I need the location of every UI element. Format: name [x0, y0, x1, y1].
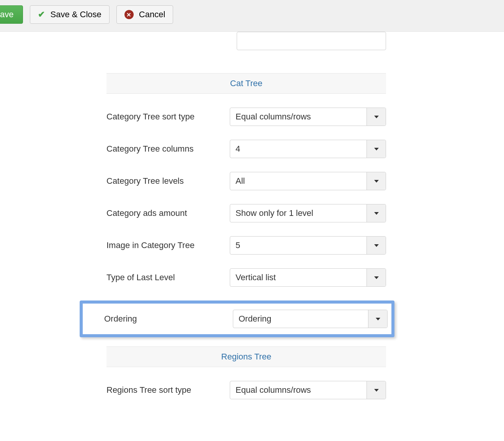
- save-button-label: ave: [0, 10, 15, 20]
- select-cat-columns[interactable]: 4: [230, 140, 386, 158]
- chevron-down-icon: [367, 237, 386, 254]
- chevron-down-icon: [367, 172, 386, 190]
- section-title: Cat Tree: [230, 78, 262, 88]
- select-value: Ordering: [233, 310, 368, 328]
- row-regions-sort-type: Regions Tree sort type Equal columns/row…: [106, 381, 386, 399]
- highlighted-ordering-row: Ordering Ordering: [80, 301, 394, 337]
- field-label: Category ads amount: [106, 208, 230, 218]
- chevron-down-icon: [368, 310, 387, 328]
- chevron-down-icon: [367, 381, 386, 399]
- save-button[interactable]: ave: [0, 5, 23, 24]
- row-cat-levels: Category Tree levels All: [106, 172, 386, 190]
- field-label: Category Tree sort type: [106, 112, 230, 122]
- select-value: Equal columns/rows: [230, 108, 367, 126]
- form-area: Cat Tree Category Tree sort type Equal c…: [0, 32, 504, 399]
- select-cat-sort-type[interactable]: Equal columns/rows: [230, 108, 386, 126]
- chevron-down-icon: [367, 269, 386, 286]
- select-value: 4: [230, 140, 367, 158]
- save-close-button[interactable]: ✔ Save & Close: [30, 5, 109, 24]
- section-title: Regions Tree: [221, 352, 272, 361]
- check-icon: ✔: [38, 10, 45, 20]
- toolbar: ave ✔ Save & Close ✕ Cancel: [0, 0, 504, 32]
- row-cat-ordering: Ordering Ordering: [104, 310, 388, 328]
- field-label: Type of Last Level: [106, 273, 230, 283]
- cancel-button[interactable]: ✕ Cancel: [116, 5, 173, 24]
- orphan-text-input[interactable]: [237, 32, 386, 50]
- select-cat-ads-amount[interactable]: Show only for 1 level: [230, 204, 386, 222]
- field-label: Regions Tree sort type: [106, 385, 230, 395]
- select-value: Vertical list: [230, 269, 367, 286]
- field-label: Image in Category Tree: [106, 240, 230, 250]
- section-header-cat-tree: Cat Tree: [106, 73, 386, 94]
- select-regions-sort-type[interactable]: Equal columns/rows: [230, 381, 386, 399]
- field-label: Category Tree columns: [106, 144, 230, 154]
- close-icon: ✕: [124, 10, 134, 19]
- select-cat-levels[interactable]: All: [230, 172, 386, 190]
- cancel-label: Cancel: [139, 10, 165, 20]
- row-cat-image-in: Image in Category Tree 5: [106, 236, 386, 255]
- chevron-down-icon: [367, 140, 386, 158]
- select-value: All: [230, 172, 367, 190]
- select-cat-last-level[interactable]: Vertical list: [230, 268, 386, 287]
- chevron-down-icon: [367, 204, 386, 222]
- orphan-input-row: [106, 32, 386, 50]
- select-value: Equal columns/rows: [230, 381, 367, 399]
- row-cat-sort-type: Category Tree sort type Equal columns/ro…: [106, 108, 386, 126]
- section-header-regions-tree: Regions Tree: [106, 346, 386, 367]
- select-cat-ordering[interactable]: Ordering: [233, 310, 388, 328]
- save-close-label: Save & Close: [50, 10, 101, 20]
- row-cat-columns: Category Tree columns 4: [106, 140, 386, 158]
- select-cat-image-in[interactable]: 5: [230, 236, 386, 255]
- select-value: Show only for 1 level: [230, 204, 367, 222]
- chevron-down-icon: [367, 108, 386, 126]
- row-cat-last-level: Type of Last Level Vertical list: [106, 268, 386, 287]
- field-label: Category Tree levels: [106, 176, 230, 186]
- select-value: 5: [230, 237, 367, 254]
- row-cat-ads-amount: Category ads amount Show only for 1 leve…: [106, 204, 386, 222]
- field-label: Ordering: [104, 314, 233, 324]
